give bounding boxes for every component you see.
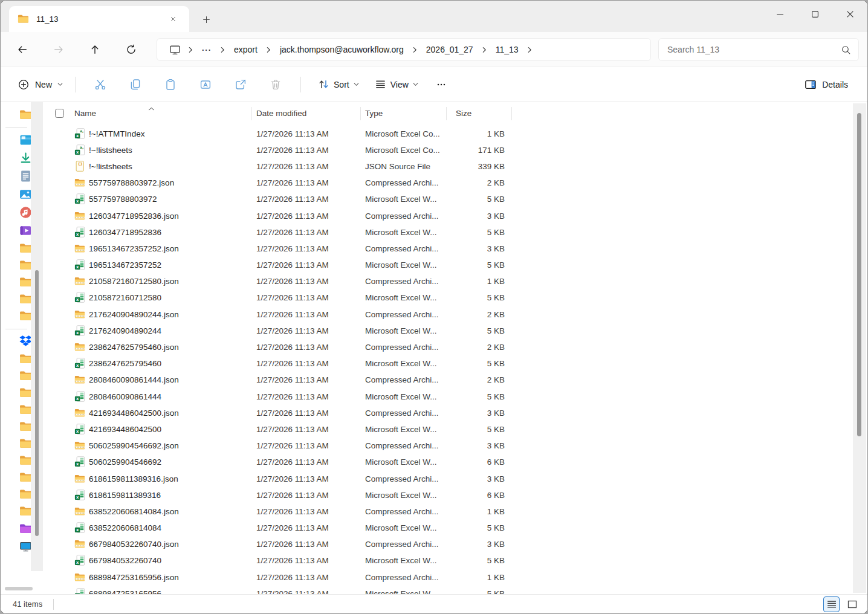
file-row[interactable]: x68898472531659561/27/2026 11:13 AMMicro… [44, 585, 849, 594]
file-name[interactable]: 2176240904890244.json [89, 309, 179, 318]
this-pc-icon[interactable] [169, 44, 181, 56]
column-header-date-modified[interactable]: Date modified [256, 109, 306, 118]
refresh-button[interactable] [121, 39, 141, 60]
sidebar-scrollbar-thumb[interactable] [35, 270, 39, 536]
file-row[interactable]: 2808460090861444.json1/27/2026 11:13 AMC… [44, 372, 849, 388]
file-row[interactable]: x5577597888039721/27/2026 11:13 AMMicros… [44, 191, 849, 207]
search-input[interactable] [666, 44, 836, 55]
file-row[interactable]: 5060259904546692.json1/27/2026 11:13 AMC… [44, 438, 849, 454]
file-name[interactable]: !~!listsheets [89, 145, 132, 154]
file-row[interactable]: 1260347718952836.json1/27/2026 11:13 AMC… [44, 207, 849, 224]
cut-button[interactable] [88, 74, 112, 95]
file-name[interactable]: 1260347718952836.json [89, 211, 179, 220]
file-name[interactable]: 557759788803972.json [89, 178, 174, 187]
file-name[interactable]: 2105872160712580.json [89, 277, 179, 286]
thumbnails-view-button[interactable] [844, 596, 860, 612]
column-header-type[interactable]: Type [365, 109, 383, 118]
column-header-name[interactable]: Name [74, 109, 96, 118]
tab-close-icon[interactable] [165, 11, 181, 27]
file-row[interactable]: x50602599045466921/27/2026 11:13 AMMicro… [44, 454, 849, 470]
file-name[interactable]: 2386247625795460.json [89, 343, 179, 352]
see-more-button[interactable] [430, 74, 452, 95]
column-divider[interactable] [251, 107, 252, 120]
file-name[interactable]: 2105872160712580 [89, 293, 161, 302]
file-row[interactable]: x19651346723572521/27/2026 11:13 AMMicro… [44, 257, 849, 273]
file-row[interactable]: 6186159811389316.json1/27/2026 11:13 AMC… [44, 470, 849, 486]
file-name[interactable]: !~!listsheets [89, 161, 132, 170]
file-row[interactable]: x61861598113893161/27/2026 11:13 AMMicro… [44, 486, 849, 503]
file-row[interactable]: x66798405322607401/27/2026 11:13 AMMicro… [44, 552, 849, 569]
vertical-scrollbar[interactable] [853, 103, 866, 593]
file-row[interactable]: 2386247625795460.json1/27/2026 11:13 AMC… [44, 338, 849, 355]
file-name[interactable]: 2176240904890244 [89, 326, 161, 335]
column-divider[interactable] [360, 107, 361, 120]
copy-button[interactable] [123, 74, 147, 95]
file-name[interactable]: 6385220606814084 [89, 523, 161, 532]
file-name[interactable]: 1260347718952836 [89, 227, 161, 236]
file-name[interactable]: 557759788803972 [89, 195, 157, 204]
explorer-tab[interactable]: 11_13 [9, 6, 189, 32]
file-row[interactable]: a,x!~!ATTMTIndex1/27/2026 11:13 AMMicros… [44, 125, 849, 141]
breadcrumb-overflow-button[interactable]: ··· [198, 44, 215, 56]
file-row[interactable]: x12603477189528361/27/2026 11:13 AMMicro… [44, 224, 849, 240]
file-row[interactable]: 6679840532260740.json1/27/2026 11:13 AMC… [44, 536, 849, 552]
column-divider[interactable] [511, 107, 512, 120]
details-view-button[interactable] [823, 596, 840, 612]
file-row[interactable]: {}!~!listsheets1/27/2026 11:13 AMJSON So… [44, 158, 849, 174]
file-row[interactable]: 2176240904890244.json1/27/2026 11:13 AMC… [44, 306, 849, 322]
column-header-size[interactable]: Size [456, 109, 471, 118]
breadcrumb-segment-current[interactable]: 11_13 [492, 44, 522, 56]
file-name[interactable]: 5060259904546692.json [89, 441, 179, 450]
close-button[interactable] [832, 1, 867, 27]
file-name[interactable]: !~!ATTMTIndex [89, 129, 144, 138]
file-name[interactable]: 6385220606814084.json [89, 506, 179, 515]
minimize-button[interactable] [762, 1, 797, 27]
file-row[interactable]: 1965134672357252.json1/27/2026 11:13 AMC… [44, 240, 849, 256]
file-name[interactable]: 1965134672357252 [89, 260, 161, 270]
column-divider[interactable] [446, 107, 447, 120]
sort-button[interactable]: Sort [312, 74, 365, 94]
paste-button[interactable] [158, 74, 183, 95]
file-row[interactable]: 2105872160712580.json1/27/2026 11:13 AMC… [44, 273, 849, 289]
search-icon[interactable] [841, 45, 851, 55]
file-row[interactable]: 4216934486042500.json1/27/2026 11:13 AMC… [44, 404, 849, 421]
file-name[interactable]: 5060259904546692 [89, 457, 161, 467]
address-bar[interactable]: ··· export jack.thompson@acuworkflow.org… [157, 38, 651, 61]
details-pane-button[interactable]: Details [800, 74, 853, 95]
view-button[interactable]: View [369, 74, 424, 94]
rename-button[interactable] [193, 74, 218, 95]
file-row[interactable]: x21762409048902441/27/2026 11:13 AMMicro… [44, 322, 849, 338]
file-row[interactable]: 6385220606814084.json1/27/2026 11:13 AMC… [44, 503, 849, 519]
file-row[interactable]: x21058721607125801/27/2026 11:13 AMMicro… [44, 289, 849, 306]
file-name[interactable]: 1965134672357252.json [89, 244, 179, 253]
file-name[interactable]: 6889847253165956 [89, 589, 161, 594]
file-name[interactable]: 6679840532260740.json [89, 540, 179, 549]
share-button[interactable] [228, 74, 253, 95]
back-button[interactable] [12, 39, 33, 60]
file-name[interactable]: 2808460090861444 [89, 392, 161, 401]
file-name[interactable]: 6889847253165956.json [89, 572, 179, 581]
file-name[interactable]: 6679840532260740 [89, 556, 161, 565]
file-name[interactable]: 2386247625795460 [89, 359, 161, 368]
breadcrumb-segment[interactable]: jack.thompson@acuworkflow.org [276, 44, 407, 56]
file-name[interactable]: 6186159811389316.json [89, 474, 178, 483]
sidebar-horizontal-scrollbar[interactable] [5, 587, 33, 590]
forward-button[interactable] [48, 39, 69, 60]
select-all-checkbox[interactable] [55, 109, 64, 118]
file-row[interactable]: x23862476257954601/27/2026 11:13 AMMicro… [44, 355, 849, 372]
new-tab-button[interactable] [198, 11, 215, 28]
file-row[interactable]: a,x!~!listsheets1/27/2026 11:13 AMMicros… [44, 141, 849, 158]
file-name[interactable]: 4216934486042500 [89, 424, 161, 433]
delete-button[interactable] [264, 74, 288, 95]
up-button[interactable] [85, 39, 105, 60]
file-name[interactable]: 6186159811389316 [89, 490, 161, 499]
file-row[interactable]: 557759788803972.json1/27/2026 11:13 AMCo… [44, 175, 849, 191]
file-row[interactable]: x42169344860425001/27/2026 11:13 AMMicro… [44, 421, 849, 437]
maximize-button[interactable] [797, 1, 832, 27]
breadcrumb-segment[interactable]: export [230, 44, 261, 56]
file-name[interactable]: 4216934486042500.json [89, 408, 179, 417]
file-row[interactable]: x63852206068140841/27/2026 11:13 AMMicro… [44, 520, 849, 536]
vertical-scrollbar-thumb[interactable] [857, 113, 861, 436]
file-row[interactable]: x28084600908614441/27/2026 11:13 AMMicro… [44, 388, 849, 404]
new-button[interactable]: New [13, 75, 68, 94]
